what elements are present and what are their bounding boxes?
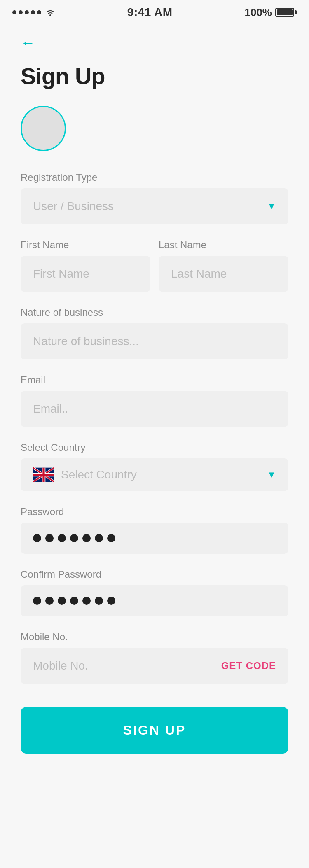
confirm-password-label: Confirm Password [21, 569, 288, 580]
country-chevron-down-icon: ▼ [267, 470, 276, 479]
nature-of-business-input[interactable] [21, 323, 288, 359]
first-name-input[interactable] [21, 256, 150, 292]
main-content: ← Sign Up Registration Type User / Busin… [0, 23, 309, 774]
signal-dot-3 [25, 10, 29, 14]
country-dropdown[interactable]: Select Country ▼ [21, 458, 288, 491]
registration-type-dropdown[interactable]: User / Business ▼ [21, 188, 288, 224]
name-row: First Name Last Name [21, 239, 288, 292]
registration-type-group: Registration Type User / Business ▼ [21, 172, 288, 224]
nature-of-business-group: Nature of business [21, 307, 288, 359]
country-group: Select Country Select Country ▼ [21, 442, 288, 491]
confirm-password-dot-3 [58, 597, 66, 605]
battery-percentage: 100% [244, 6, 272, 19]
status-bar: 9:41 AM 100% [0, 0, 309, 23]
signal-dot-1 [12, 10, 16, 14]
signal-dot-5 [37, 10, 41, 14]
nature-of-business-label: Nature of business [21, 307, 288, 318]
avatar[interactable] [21, 106, 66, 151]
chevron-down-icon: ▼ [267, 202, 276, 211]
confirm-password-dot-1 [33, 597, 41, 605]
back-arrow-icon: ← [21, 35, 35, 50]
confirm-password-dot-6 [95, 597, 103, 605]
confirm-password-input[interactable] [21, 585, 288, 616]
first-name-group: First Name [21, 239, 150, 292]
confirm-password-group: Confirm Password [21, 569, 288, 616]
password-group: Password [21, 506, 288, 554]
signal-dot-4 [31, 10, 35, 14]
last-name-label: Last Name [159, 239, 288, 251]
avatar-container[interactable] [21, 106, 288, 151]
email-group: Email [21, 374, 288, 427]
wifi-icon [45, 9, 55, 16]
confirm-password-dot-5 [82, 597, 91, 605]
confirm-password-dot-2 [45, 597, 54, 605]
password-dot-1 [33, 534, 41, 542]
password-dot-7 [107, 534, 115, 542]
password-dot-5 [82, 534, 91, 542]
get-code-button[interactable]: GET CODE [221, 660, 276, 672]
uk-flag-icon [33, 467, 54, 482]
country-placeholder: Select Country [61, 468, 260, 481]
country-label: Select Country [21, 442, 288, 453]
signup-button[interactable]: SIGN UP [21, 707, 288, 754]
confirm-password-dot-4 [70, 597, 78, 605]
page-title: Sign Up [21, 63, 288, 89]
signal-dots [12, 10, 41, 14]
password-dot-6 [95, 534, 103, 542]
last-name-group: Last Name [159, 239, 288, 292]
password-dot-2 [45, 534, 54, 542]
password-input[interactable] [21, 523, 288, 554]
mobile-group: Mobile No. GET CODE [21, 631, 288, 684]
registration-type-label: Registration Type [21, 172, 288, 183]
email-input[interactable] [21, 391, 288, 427]
registration-type-value: User / Business [33, 200, 114, 213]
mobile-input[interactable] [33, 648, 221, 684]
battery-icon [275, 8, 297, 17]
last-name-input[interactable] [159, 256, 288, 292]
mobile-label: Mobile No. [21, 631, 288, 643]
email-label: Email [21, 374, 288, 386]
password-dot-3 [58, 534, 66, 542]
back-button[interactable]: ← [21, 31, 35, 54]
password-label: Password [21, 506, 288, 518]
signal-dot-2 [19, 10, 23, 14]
status-time: 9:41 AM [127, 6, 173, 19]
first-name-label: First Name [21, 239, 150, 251]
password-dot-4 [70, 534, 78, 542]
status-right: 100% [244, 6, 297, 19]
confirm-password-dot-7 [107, 597, 115, 605]
status-left [12, 9, 55, 16]
mobile-field-container: GET CODE [21, 648, 288, 684]
